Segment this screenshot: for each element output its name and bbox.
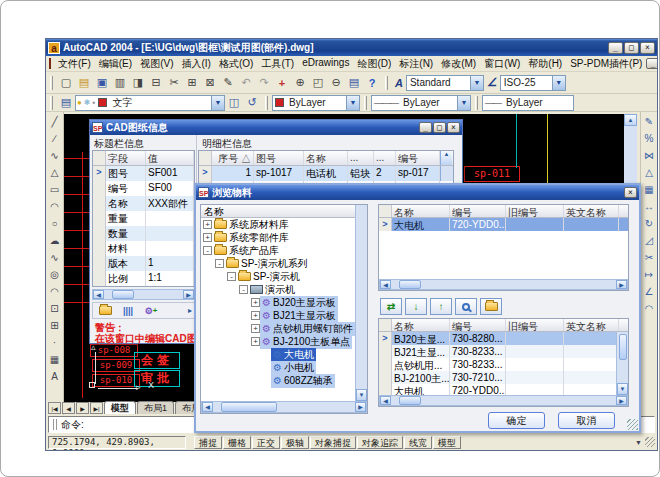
- toolbar-grip[interactable]: [385, 76, 388, 90]
- dropdown-arrow-icon[interactable]: ▼: [457, 96, 470, 110]
- tree-item-sp-demo[interactable]: - SP-演示机: [201, 270, 367, 283]
- pan-icon[interactable]: +: [273, 74, 291, 92]
- column-header-value[interactable]: 值: [146, 151, 194, 165]
- layer-combo[interactable]: ● ❄ ▪ 文字 ▼: [75, 95, 225, 111]
- column-header-name[interactable]: 名称: [304, 151, 348, 165]
- layer-lock-icon[interactable]: ▪: [93, 98, 96, 107]
- column-header-material[interactable]: ...: [348, 151, 374, 165]
- tree-expand-icon[interactable]: +: [251, 337, 260, 346]
- toolbar-grip[interactable]: [50, 76, 53, 90]
- list-hscrollbar[interactable]: ◀ ▶: [379, 395, 628, 406]
- selected-table-hscrollbar[interactable]: ◀ ▶: [379, 279, 628, 290]
- rectangle-icon[interactable]: ▭: [47, 181, 63, 197]
- tab-next-button[interactable]: ▶: [76, 402, 89, 414]
- help-icon[interactable]: ?: [363, 74, 381, 92]
- statusbar-menu-arrow-icon[interactable]: ▼: [635, 439, 642, 446]
- arc-icon[interactable]: ◠: [47, 198, 63, 214]
- menu-draw[interactable]: 绘图(D): [353, 56, 395, 72]
- menu-sp-pdm[interactable]: SP-PDM插件(P): [566, 56, 646, 72]
- plot-preview-icon[interactable]: ◨: [129, 74, 147, 92]
- insert-block-icon[interactable]: ⊡: [47, 300, 63, 316]
- menu-view[interactable]: 视图(V): [136, 56, 177, 72]
- tree-item-demo-machine[interactable]: - 演示机: [201, 283, 367, 296]
- tree-item-bj2100-board[interactable]: + BJ-2100主板单点: [201, 335, 367, 348]
- open-icon[interactable]: ▤: [75, 74, 93, 92]
- column-header-name[interactable]: 名称: [392, 319, 450, 331]
- polyline-icon[interactable]: ∿: [47, 147, 63, 163]
- scroll-right-icon[interactable]: ▶: [355, 402, 366, 412]
- tree-vscrollbar[interactable]: ▼: [355, 205, 367, 401]
- layer-previous-icon[interactable]: ↺: [243, 94, 261, 112]
- tree-item-bj21-board[interactable]: + BJ21主显示板: [201, 309, 367, 322]
- undo-icon[interactable]: ↶: [237, 74, 255, 92]
- close-button[interactable]: ×: [640, 42, 655, 54]
- menu-insert[interactable]: 插入(I): [177, 56, 214, 72]
- table-row[interactable]: 比例 1:1: [93, 271, 194, 286]
- tree-hscrollbar[interactable]: ◀ ▶: [201, 401, 367, 413]
- browse-dialog-titlebar[interactable]: SP 浏览物料 ×: [196, 185, 639, 200]
- tree-expand-icon[interactable]: -: [215, 259, 224, 268]
- column-header-qty[interactable]: ...: [374, 151, 396, 165]
- toggle-snap[interactable]: 捕捉: [194, 436, 222, 449]
- add-item-icon[interactable]: ⚙+: [141, 303, 161, 318]
- tab-prev-button[interactable]: ◀: [62, 402, 75, 414]
- toolbar-grip[interactable]: [50, 96, 53, 110]
- zoom-realtime-icon[interactable]: ⊕: [291, 74, 309, 92]
- polygon-icon[interactable]: △: [47, 164, 63, 180]
- mdi-minimize-button[interactable]: _: [646, 58, 658, 69]
- tree-expand-icon[interactable]: -: [203, 246, 212, 255]
- table-row[interactable]: 名称 XXX部件: [93, 196, 194, 211]
- match-properties-icon[interactable]: ✎: [219, 74, 237, 92]
- array-icon[interactable]: ▦: [641, 181, 657, 197]
- toggle-polar[interactable]: 极轴: [281, 436, 309, 449]
- dialog-close-button[interactable]: ×: [624, 187, 637, 198]
- layers-manager-icon[interactable]: ▤: [57, 94, 75, 112]
- save-icon[interactable]: ▣: [93, 74, 111, 92]
- detail-row[interactable]: > 1 sp-1017 电话机 铝块 2 sp-017: [199, 166, 453, 181]
- menu-dimension[interactable]: 标注(N): [395, 56, 437, 72]
- command-grip[interactable]: [53, 419, 57, 430]
- column-header-code[interactable]: 编号: [450, 205, 506, 217]
- copy-object-icon[interactable]: %: [641, 130, 657, 146]
- layer-freeze-icon[interactable]: ❄: [84, 98, 91, 107]
- scroll-down-icon[interactable]: ▼: [617, 383, 628, 395]
- column-header-dwgno[interactable]: 图号: [254, 151, 304, 165]
- dropdown-arrow-icon[interactable]: ▼: [211, 96, 224, 110]
- exchange-icon[interactable]: ⇄: [380, 298, 402, 315]
- menu-edrawings[interactable]: eDrawings: [298, 56, 353, 72]
- tree-expand-icon[interactable]: +: [251, 311, 260, 320]
- material-row[interactable]: 点钞机用... 730-8233...: [379, 358, 628, 371]
- dialog-close-button[interactable]: ×: [447, 122, 460, 133]
- toggle-grid[interactable]: 栅格: [223, 436, 251, 449]
- circle-icon[interactable]: ○: [47, 215, 63, 231]
- toggle-model[interactable]: 模型: [433, 436, 461, 449]
- menu-modify[interactable]: 修改(M): [437, 56, 480, 72]
- column-header-code[interactable]: 编号: [396, 151, 440, 165]
- scroll-left-icon[interactable]: ◀: [93, 290, 104, 299]
- column-header-code[interactable]: 编号: [450, 319, 506, 331]
- tree-item-bj20-board[interactable]: + BJ20主显示板: [201, 296, 367, 309]
- toggle-lwt[interactable]: 线宽: [404, 436, 432, 449]
- text-icon[interactable]: A: [47, 368, 63, 384]
- line-icon[interactable]: ╱: [47, 113, 63, 129]
- tree-item-screw-part[interactable]: + 点钞机用螺钉部件: [201, 322, 367, 335]
- cad-info-dialog-titlebar[interactable]: SP CAD图纸信息 _ □ ×: [90, 120, 462, 135]
- ellipse-icon[interactable]: ◎: [47, 266, 63, 282]
- scroll-right-icon[interactable]: ▶: [183, 290, 194, 299]
- dropdown-arrow-icon[interactable]: ▼: [552, 76, 565, 90]
- table-row[interactable]: 版本 1: [93, 256, 194, 271]
- offset-icon[interactable]: △: [641, 164, 657, 180]
- scroll-right-icon[interactable]: ▶: [616, 396, 627, 405]
- tab-last-button[interactable]: ▶|: [90, 402, 103, 414]
- fillet-icon[interactable]: ◠: [641, 300, 657, 316]
- make-block-icon[interactable]: ⊞: [47, 317, 63, 333]
- drawing-file-icon[interactable]: [49, 58, 51, 69]
- publish-icon[interactable]: ⊟: [147, 74, 165, 92]
- scroll-up-icon[interactable]: ▲: [624, 114, 637, 126]
- tree-expand-icon[interactable]: +: [203, 220, 212, 229]
- properties-icon[interactable]: ▤: [345, 74, 363, 92]
- extend-icon[interactable]: ↦: [641, 266, 657, 282]
- column-header-name[interactable]: 名称: [392, 205, 450, 217]
- text-style-combo[interactable]: Standard ▼: [406, 75, 484, 91]
- paste-icon[interactable]: ⊠: [201, 74, 219, 92]
